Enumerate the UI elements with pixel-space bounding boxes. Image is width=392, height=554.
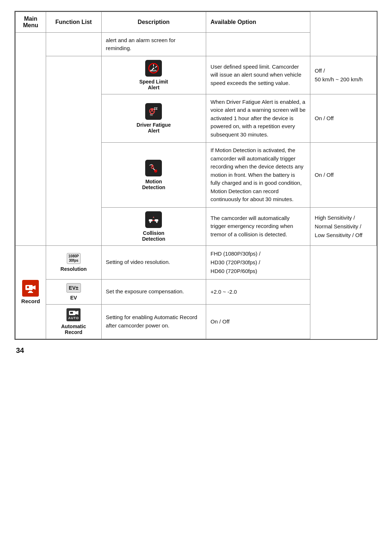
opt-cell-motion: On / Off <box>310 143 377 208</box>
opt-cell-auto: On / Off <box>206 304 310 339</box>
svg-point-11 <box>151 165 154 167</box>
page-number: 34 <box>15 346 377 355</box>
func-cell-collision: CollisionDetection <box>101 207 206 245</box>
svg-text:km/h: km/h <box>150 69 157 72</box>
svg-point-13 <box>155 171 156 171</box>
desc-cell-motion: If Motion Detection is activated, the ca… <box>206 143 310 208</box>
svg-line-2 <box>155 66 157 68</box>
header-main: Main Menu <box>16 12 46 33</box>
svg-point-17 <box>156 221 158 223</box>
svg-rect-14 <box>149 219 152 221</box>
opt-cell-fatigue: On / Off <box>310 94 377 143</box>
resolution-icon: 1080P30fps <box>67 253 81 264</box>
fatigue-icon: zz 50 <box>145 103 162 120</box>
func-label: Speed LimitAlert <box>139 79 168 90</box>
opt-cell-collision: High Sensitivity / Normal Sensitivity / … <box>310 207 377 245</box>
auto-record-icon: AUTO <box>66 308 81 321</box>
func-cell-alert-top <box>46 33 101 56</box>
desc-cell-collision: The camcorder will automatically trigger… <box>206 207 310 245</box>
main-cell-empty <box>16 33 46 246</box>
main-table-wrapper: Main Menu Function List Description Avai… <box>15 11 377 340</box>
func-cell-speed: km/h Speed LimitAlert <box>101 56 206 94</box>
desc-cell-auto: Setting for enabling Automatic Record af… <box>101 304 206 339</box>
svg-marker-26 <box>75 311 78 315</box>
svg-marker-22 <box>33 285 36 290</box>
svg-point-7 <box>151 109 153 111</box>
func-label: AutomaticRecord <box>61 323 86 335</box>
svg-rect-15 <box>155 219 158 221</box>
header-function-list: Function List <box>46 12 101 33</box>
func-label: Driver FatigueAlert <box>136 122 171 134</box>
func-cell-auto: AUTO AutomaticRecord <box>46 304 101 339</box>
svg-rect-21 <box>27 286 29 288</box>
func-label: CollisionDetection <box>142 230 165 242</box>
motion-detection-icon <box>145 160 162 176</box>
main-cell-record: Record <box>16 245 46 339</box>
opt-cell-ev: +2.0 ~ -2.0 <box>206 279 310 304</box>
svg-point-16 <box>150 221 151 223</box>
collision-icon <box>145 211 162 228</box>
desc-cell-ev: Set the exposure compensation. <box>101 279 206 304</box>
svg-rect-23 <box>29 291 32 292</box>
func-cell-fatigue: zz 50 Driver FatigueAlert <box>101 94 206 143</box>
opt-cell-resolution: FHD (1080P/30fps) / HD30 (720P/30fps) / … <box>206 245 310 279</box>
svg-text:50: 50 <box>150 114 153 116</box>
header-description: Description <box>101 12 206 33</box>
desc-cell-fatigue: When Driver Fatigue Alert is enabled, a … <box>206 94 310 143</box>
func-label: Resolution <box>61 266 87 272</box>
func-cell-motion: MotionDetection <box>101 143 206 208</box>
svg-text:zz: zz <box>154 106 158 110</box>
desc-cell-alert-top: alert and an alarm screen for reminding. <box>101 33 206 56</box>
main-cell-label: Record <box>20 298 41 304</box>
svg-marker-18 <box>153 216 154 218</box>
desc-cell-speed: User defined speed limit. Camcorder will… <box>206 56 310 94</box>
func-cell-ev: EV±EV <box>46 279 101 304</box>
func-label: EV <box>70 295 77 301</box>
ev-icon: EV± <box>66 283 81 293</box>
opt-cell-alert-top <box>206 33 310 56</box>
svg-rect-20 <box>25 285 33 290</box>
func-label: MotionDetection <box>142 179 165 190</box>
record-icon <box>22 280 39 297</box>
svg-rect-24 <box>28 292 33 293</box>
function-table: Main Menu Function List Description Avai… <box>15 12 377 339</box>
func-cell-resolution: 1080P30fpsResolution <box>46 245 101 279</box>
header-available-option: Available Option <box>206 12 310 33</box>
svg-rect-27 <box>70 312 73 314</box>
desc-cell-resolution: Setting of video resolution. <box>101 245 206 279</box>
opt-cell-speed: Off / 50 km/h ~ 200 km/h <box>310 56 377 94</box>
speed-limit-icon: km/h <box>145 60 162 77</box>
